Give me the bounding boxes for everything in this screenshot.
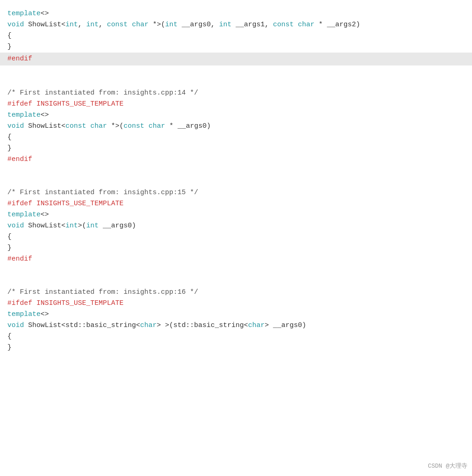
line-template-2: template<> — [0, 209, 472, 220]
spacer-1b — [0, 75, 472, 84]
section-3: /* First instantiated from: insights.cpp… — [0, 283, 472, 353]
line-template-1: template<> — [0, 110, 472, 121]
spacer-2 — [0, 165, 472, 174]
line-comment-2: /* First instantiated from: insights.cpp… — [0, 187, 472, 198]
line-close-brace-0: } — [0, 42, 472, 53]
line-open-brace-2: { — [0, 232, 472, 243]
code-container: template<> void ShowList<int, int, const… — [0, 5, 472, 476]
line-template-3: template<> — [0, 309, 472, 320]
line-comment-1: /* First instantiated from: insights.cpp… — [0, 88, 472, 99]
line-showlist-2: void ShowList<int>(int __args0) — [0, 220, 472, 232]
line-endif-0: #endif — [0, 53, 472, 65]
line-close-brace-1: } — [0, 143, 472, 154]
section-0: template<> void ShowList<int, int, const… — [0, 5, 472, 65]
line-open-brace-1: { — [0, 132, 472, 143]
line-showlist-1: void ShowList<const char *>(const char *… — [0, 121, 472, 132]
spacer-3b — [0, 274, 472, 283]
spacer-1 — [0, 65, 472, 75]
section-1: /* First instantiated from: insights.cpp… — [0, 84, 472, 165]
line-close-brace-3: } — [0, 342, 472, 353]
line-ifdef-1: #ifdef INSIGHTS_USE_TEMPLATE — [0, 99, 472, 110]
line-ifdef-3: #ifdef INSIGHTS_USE_TEMPLATE — [0, 298, 472, 309]
spacer-2b — [0, 174, 472, 184]
line-showlist-0: void ShowList<int, int, const char *>(in… — [0, 19, 472, 30]
section-2: /* First instantiated from: insights.cpp… — [0, 184, 472, 265]
line-open-brace-3: { — [0, 331, 472, 342]
watermark: CSDN @大理寺 — [428, 462, 467, 471]
line-comment-3: /* First instantiated from: insights.cpp… — [0, 287, 472, 298]
line-showlist-3: void ShowList<std::basic_string<char> >(… — [0, 320, 472, 331]
line-open-brace-0: { — [0, 30, 472, 42]
line-template-0: template<> — [0, 8, 472, 19]
line-close-brace-2: } — [0, 243, 472, 254]
line-endif-1: #endif — [0, 154, 472, 165]
spacer-3 — [0, 265, 472, 274]
line-ifdef-2: #ifdef INSIGHTS_USE_TEMPLATE — [0, 198, 472, 209]
line-endif-2: #endif — [0, 254, 472, 265]
